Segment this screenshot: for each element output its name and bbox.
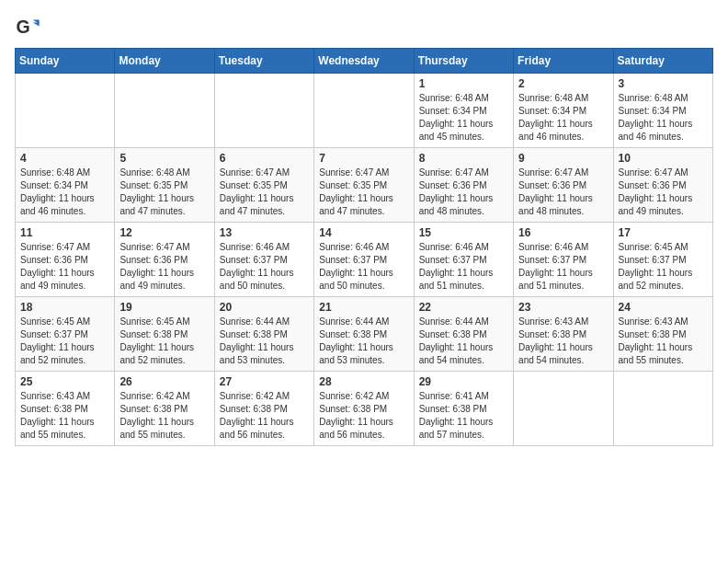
calendar-body: 1Sunrise: 6:48 AM Sunset: 6:34 PM Daylig… [16,74,713,446]
day-number: 26 [119,375,209,388]
calendar-cell: 14Sunrise: 6:46 AM Sunset: 6:37 PM Dayli… [314,223,414,297]
calendar-cell: 24Sunrise: 6:43 AM Sunset: 6:38 PM Dayli… [613,297,712,372]
calendar-cell: 18Sunrise: 6:45 AM Sunset: 6:37 PM Dayli… [16,297,115,372]
day-info: Sunrise: 6:43 AM Sunset: 6:38 PM Dayligh… [20,390,109,442]
day-number: 5 [119,152,209,165]
day-info: Sunrise: 6:44 AM Sunset: 6:38 PM Dayligh… [319,316,408,367]
calendar-cell: 28Sunrise: 6:42 AM Sunset: 6:38 PM Dayli… [314,372,414,446]
day-number: 22 [419,301,508,314]
day-number: 7 [319,152,408,165]
calendar-cell: 20Sunrise: 6:44 AM Sunset: 6:38 PM Dayli… [214,297,313,372]
weekday-header-wednesday: Wednesday [314,49,414,74]
day-number: 11 [20,226,109,239]
day-number: 21 [319,301,408,314]
day-info: Sunrise: 6:47 AM Sunset: 6:36 PM Dayligh… [119,241,209,293]
day-info: Sunrise: 6:47 AM Sunset: 6:36 PM Dayligh… [20,241,109,293]
calendar-cell: 4Sunrise: 6:48 AM Sunset: 6:34 PM Daylig… [16,148,115,223]
day-info: Sunrise: 6:47 AM Sunset: 6:35 PM Dayligh… [319,167,408,218]
calendar-cell: 17Sunrise: 6:45 AM Sunset: 6:37 PM Dayli… [613,223,712,297]
calendar-cell: 22Sunrise: 6:44 AM Sunset: 6:38 PM Dayli… [414,297,513,372]
calendar-cell: 10Sunrise: 6:47 AM Sunset: 6:36 PM Dayli… [613,148,712,223]
calendar-cell: 9Sunrise: 6:47 AM Sunset: 6:36 PM Daylig… [514,148,613,223]
day-info: Sunrise: 6:48 AM Sunset: 6:34 PM Dayligh… [419,92,508,144]
calendar-header: SundayMondayTuesdayWednesdayThursdayFrid… [16,49,713,74]
calendar-cell: 29Sunrise: 6:41 AM Sunset: 6:38 PM Dayli… [414,372,513,446]
day-number: 25 [20,375,109,388]
weekday-row: SundayMondayTuesdayWednesdayThursdayFrid… [16,49,713,74]
calendar-cell: 27Sunrise: 6:42 AM Sunset: 6:38 PM Dayli… [214,372,313,446]
calendar-cell: 23Sunrise: 6:43 AM Sunset: 6:38 PM Dayli… [514,297,613,372]
day-number: 28 [319,375,408,388]
day-number: 18 [20,301,109,314]
day-info: Sunrise: 6:42 AM Sunset: 6:38 PM Dayligh… [319,390,408,442]
calendar-cell: 19Sunrise: 6:45 AM Sunset: 6:38 PM Dayli… [115,297,214,372]
day-info: Sunrise: 6:46 AM Sunset: 6:37 PM Dayligh… [518,241,608,293]
weekday-header-monday: Monday [115,49,214,74]
day-info: Sunrise: 6:46 AM Sunset: 6:37 PM Dayligh… [220,241,309,293]
svg-marker-2 [33,22,40,26]
day-info: Sunrise: 6:47 AM Sunset: 6:36 PM Dayligh… [419,167,508,218]
day-info: Sunrise: 6:47 AM Sunset: 6:36 PM Dayligh… [518,167,608,218]
day-number: 3 [619,77,708,90]
day-info: Sunrise: 6:42 AM Sunset: 6:38 PM Dayligh… [220,390,309,442]
day-number: 12 [119,226,209,239]
calendar-cell: 7Sunrise: 6:47 AM Sunset: 6:35 PM Daylig… [314,148,414,223]
week-row-2: 4Sunrise: 6:48 AM Sunset: 6:34 PM Daylig… [16,148,713,223]
day-info: Sunrise: 6:42 AM Sunset: 6:38 PM Dayligh… [119,390,209,442]
day-number: 13 [220,226,309,239]
day-number: 16 [518,226,608,239]
calendar-cell [16,74,115,148]
day-info: Sunrise: 6:46 AM Sunset: 6:37 PM Dayligh… [419,241,508,293]
week-row-1: 1Sunrise: 6:48 AM Sunset: 6:34 PM Daylig… [16,74,713,148]
calendar-cell: 21Sunrise: 6:44 AM Sunset: 6:38 PM Dayli… [314,297,414,372]
weekday-header-saturday: Saturday [613,49,712,74]
day-number: 14 [319,226,408,239]
day-number: 8 [419,152,508,165]
weekday-header-tuesday: Tuesday [214,49,313,74]
day-info: Sunrise: 6:48 AM Sunset: 6:34 PM Dayligh… [619,92,708,144]
calendar-table: SundayMondayTuesdayWednesdayThursdayFrid… [15,48,713,446]
calendar-cell [514,372,613,446]
header: G [15,15,713,40]
svg-text:G: G [16,17,29,37]
week-row-3: 11Sunrise: 6:47 AM Sunset: 6:36 PM Dayli… [16,223,713,297]
calendar-cell: 6Sunrise: 6:47 AM Sunset: 6:35 PM Daylig… [214,148,313,223]
day-number: 20 [220,301,309,314]
day-info: Sunrise: 6:45 AM Sunset: 6:37 PM Dayligh… [20,316,109,367]
day-number: 1 [419,77,508,90]
calendar-cell: 2Sunrise: 6:48 AM Sunset: 6:34 PM Daylig… [514,74,613,148]
day-info: Sunrise: 6:47 AM Sunset: 6:35 PM Dayligh… [220,167,309,218]
calendar-cell: 3Sunrise: 6:48 AM Sunset: 6:34 PM Daylig… [613,74,712,148]
day-info: Sunrise: 6:47 AM Sunset: 6:36 PM Dayligh… [619,167,708,218]
day-info: Sunrise: 6:45 AM Sunset: 6:38 PM Dayligh… [119,316,209,367]
day-number: 15 [419,226,508,239]
day-info: Sunrise: 6:43 AM Sunset: 6:38 PM Dayligh… [619,316,708,367]
day-number: 6 [220,152,309,165]
calendar-cell: 16Sunrise: 6:46 AM Sunset: 6:37 PM Dayli… [514,223,613,297]
calendar-cell [214,74,313,148]
calendar-cell [115,74,214,148]
weekday-header-thursday: Thursday [414,49,513,74]
day-number: 17 [619,226,708,239]
calendar-cell: 1Sunrise: 6:48 AM Sunset: 6:34 PM Daylig… [414,74,513,148]
weekday-header-friday: Friday [514,49,613,74]
week-row-5: 25Sunrise: 6:43 AM Sunset: 6:38 PM Dayli… [16,372,713,446]
calendar-cell: 11Sunrise: 6:47 AM Sunset: 6:36 PM Dayli… [16,223,115,297]
day-info: Sunrise: 6:48 AM Sunset: 6:34 PM Dayligh… [518,92,608,144]
day-info: Sunrise: 6:44 AM Sunset: 6:38 PM Dayligh… [419,316,508,367]
calendar-cell: 8Sunrise: 6:47 AM Sunset: 6:36 PM Daylig… [414,148,513,223]
calendar-cell [314,74,414,148]
day-info: Sunrise: 6:44 AM Sunset: 6:38 PM Dayligh… [220,316,309,367]
day-info: Sunrise: 6:45 AM Sunset: 6:37 PM Dayligh… [619,241,708,293]
day-number: 4 [20,152,109,165]
day-number: 29 [419,375,508,388]
day-number: 9 [518,152,608,165]
day-number: 19 [119,301,209,314]
calendar-cell: 5Sunrise: 6:48 AM Sunset: 6:35 PM Daylig… [115,148,214,223]
day-number: 27 [220,375,309,388]
day-number: 24 [619,301,708,314]
week-row-4: 18Sunrise: 6:45 AM Sunset: 6:37 PM Dayli… [16,297,713,372]
day-info: Sunrise: 6:48 AM Sunset: 6:35 PM Dayligh… [119,167,209,218]
calendar-cell: 15Sunrise: 6:46 AM Sunset: 6:37 PM Dayli… [414,223,513,297]
day-info: Sunrise: 6:43 AM Sunset: 6:38 PM Dayligh… [518,316,608,367]
